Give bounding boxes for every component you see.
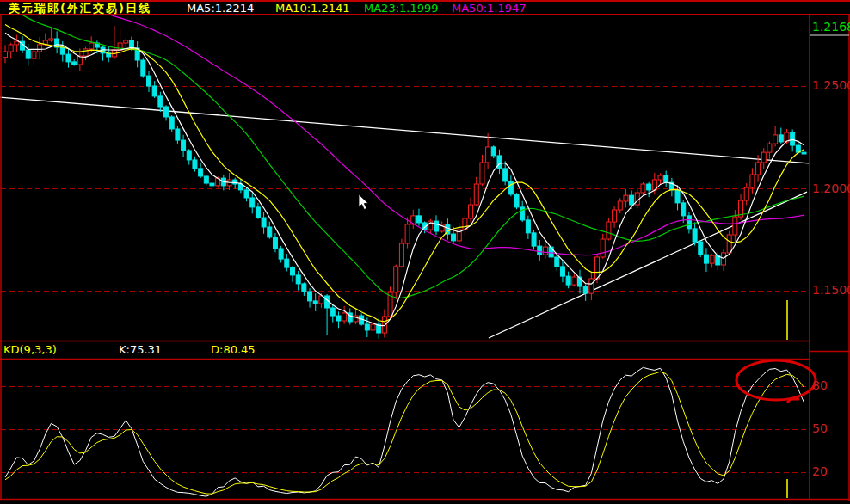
- kd-indicator-header: KD(9,3,3) K:75.31 D:80.45: [0, 342, 810, 358]
- price-tick-11500: 1.1500: [812, 284, 850, 297]
- ma5-legend: MA5:1.2214: [187, 3, 254, 14]
- chart-window: 美元瑞郎(外汇交易)日线 MA5:1.2214 MA10:1.2141 MA23…: [0, 0, 850, 504]
- kd-name-label: KD(9,3,3): [3, 344, 57, 355]
- price-tick-12500: 1.2500: [812, 79, 850, 92]
- d-value-label: D:80.45: [211, 344, 256, 355]
- ma23-line: [5, 6, 804, 298]
- kd-tick-80: 80: [812, 379, 850, 392]
- latest-price-label: 1.2168: [812, 21, 850, 34]
- chart-title: 美元瑞郎(外汇交易)日线: [9, 3, 151, 14]
- ma10-line: [5, 25, 804, 322]
- ma50-legend: MA50:1.1947: [452, 3, 527, 14]
- mouse-cursor-icon: [359, 194, 368, 210]
- kd-tick-50: 50: [812, 422, 850, 435]
- ma5-line: [5, 33, 804, 325]
- price-tick-12000: 1.2000: [812, 182, 850, 195]
- d-line: [5, 372, 804, 494]
- moving-average-lines: [5, 0, 804, 326]
- title-bar: 美元瑞郎(外汇交易)日线 MA5:1.2214 MA10:1.2141 MA23…: [0, 0, 850, 15]
- gridlines: [1, 87, 810, 473]
- ma50-line: [5, 0, 804, 255]
- k-value-label: K:75.31: [119, 344, 162, 355]
- annotation-ellipse: [736, 360, 816, 400]
- annotation-pen-mark: [787, 399, 799, 403]
- ma10-legend: MA10:1.2141: [275, 3, 350, 14]
- candlesticks: [3, 26, 807, 339]
- kd-tick-20: 20: [812, 465, 850, 478]
- chart-canvas[interactable]: [0, 0, 850, 504]
- ma23-legend: MA23:1.1999: [364, 3, 439, 14]
